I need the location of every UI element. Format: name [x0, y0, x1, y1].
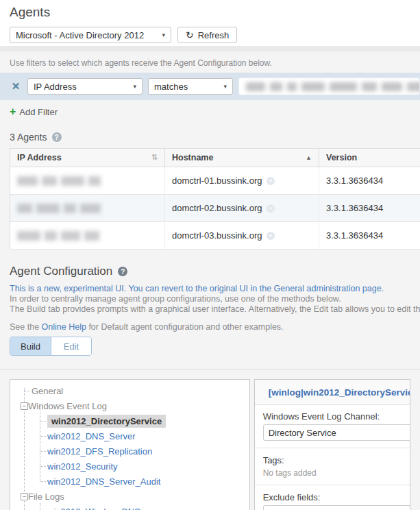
collapse-icon[interactable]: − — [21, 493, 28, 500]
tree-item-label: win2012_DNS_Server — [47, 431, 136, 441]
agents-page: { "icons": { "refresh": "↻", "caret": "▾… — [0, 0, 420, 510]
agent-row[interactable]: domctrl-01.bussink.org ➔ 3.3.1.3636434 — [10, 167, 420, 195]
column-header-version[interactable]: Version — [319, 149, 420, 167]
agents-help-icon[interactable]: ? — [52, 132, 62, 142]
add-filter-label: Add Filter — [19, 107, 58, 117]
page-title: Agents — [10, 5, 410, 20]
column-header-hostname[interactable]: Hostname ▲ — [165, 149, 319, 167]
filter-field-select[interactable]: IP Address ▾ — [27, 78, 143, 95]
agents-count-row: 3 Agents ? — [10, 132, 410, 143]
tree-item-file-logs[interactable]: − File Logs — [10, 489, 249, 504]
open-agent-icon[interactable]: ➔ — [267, 232, 275, 240]
redacted-ip — [17, 204, 140, 213]
tree-stub — [40, 466, 46, 467]
agent-configuration-heading: Agent Configuration — [10, 265, 112, 278]
configuration-help-icon[interactable]: ? — [118, 267, 127, 276]
tree-item-label: win2012_WindowsDNS — [47, 507, 140, 510]
horizontal-rule — [0, 369, 420, 369]
module-config-body: Windows Event Log Channel: Tags: No tags… — [255, 405, 410, 510]
hostname-text: domctrl-03.bussink.org — [172, 230, 262, 241]
redacted-ip — [17, 176, 140, 186]
column-label: Hostname — [172, 153, 213, 162]
module-config-title: [winlog|win2012_DirectoryService] — [269, 387, 410, 398]
open-agent-icon[interactable]: ➔ — [267, 177, 275, 185]
tree-stub — [24, 391, 30, 391]
exclude-fields-label: Exclude fields: — [263, 492, 402, 502]
remove-filter-icon[interactable]: ✕ — [10, 80, 22, 93]
chevron-down-icon: ▾ — [223, 83, 227, 90]
tree-stub — [40, 421, 46, 422]
agent-group-select[interactable]: Microsoft - Active Directory 2012 ▾ — [10, 27, 171, 43]
version-cell: 3.3.1.3636434 — [319, 167, 420, 195]
agents-count-label: 3 Agents — [10, 132, 47, 143]
experimental-ui-note: This is a new, experimental UI. You can … — [10, 284, 410, 294]
chevron-down-icon: ▾ — [162, 32, 165, 38]
agent-row[interactable]: domctrl-02.bussink.org ➔ 3.3.1.3636434 — [10, 195, 420, 222]
hostname-text: domctrl-01.bussink.org — [172, 175, 262, 186]
filter-value-input[interactable] — [238, 77, 420, 95]
bottom-panels: General − Windows Event Log win2012_Dire… — [10, 379, 410, 510]
field-divider — [255, 448, 410, 448]
module-config-panel: [winlog|win2012_DirectoryService] Window… — [254, 379, 410, 510]
tree-stub — [40, 451, 46, 452]
configuration-notes: This is a new, experimental UI. You can … — [10, 284, 410, 315]
column-header-ip-address[interactable]: IP Address ⇅ — [10, 149, 165, 167]
plus-icon: + — [10, 106, 16, 118]
online-help-line: See the Online Help for Default agent co… — [10, 322, 410, 332]
tree-item-label: win2012_DFS_Replication — [47, 446, 152, 457]
ip-cell — [10, 222, 165, 250]
online-help-link[interactable]: Online Help — [42, 322, 86, 332]
section-divider — [0, 46, 420, 51]
redacted-ip — [17, 231, 140, 241]
tab-build[interactable]: Build — [10, 337, 51, 355]
column-label: Version — [326, 153, 357, 162]
tags-label: Tags: — [263, 455, 402, 465]
agents-table: IP Address ⇅ Hostname ▲ Version — [10, 148, 420, 250]
refresh-button-label: Refresh — [198, 30, 230, 40]
channel-input[interactable] — [263, 424, 410, 441]
ip-cell — [10, 195, 165, 222]
tree-item-general[interactable]: General — [10, 383, 249, 398]
refresh-button[interactable]: ↻ Refresh — [177, 27, 237, 43]
tree-item-win2012-dns-server-audit[interactable]: win2012_DNS_Server_Audit — [10, 474, 249, 489]
see-suffix: for Default agent configuration and othe… — [86, 322, 284, 332]
tree-item-win2012-security[interactable]: win2012_Security — [10, 459, 249, 474]
filter-operator-select[interactable]: matches ▾ — [148, 78, 233, 95]
exclude-fields-input[interactable] — [263, 505, 410, 510]
channel-label: Windows Event Log Channel: — [263, 411, 402, 422]
config-mode-tabs: Build Edit — [10, 337, 92, 356]
tree-item-win2012-dfs-replication[interactable]: win2012_DFS_Replication — [10, 444, 249, 459]
tree-item-win2012-directoryservice[interactable]: win2012_DirectoryService — [10, 413, 249, 428]
build-edit-note: The Build tab provides prompts with a gr… — [10, 304, 410, 315]
tree-stub — [40, 481, 46, 482]
main-section: Use filters to select which agents recei… — [0, 51, 420, 510]
filter-operator-select-value: matches — [154, 82, 188, 92]
sort-ascending-icon: ▲ — [306, 154, 312, 161]
sort-both-icon: ⇅ — [151, 153, 158, 162]
redacted-filter-value — [246, 82, 420, 91]
chevron-down-icon: ▾ — [133, 83, 136, 90]
tree-item-label: win2012_Security — [47, 461, 118, 472]
column-label: IP Address — [17, 153, 62, 162]
open-agent-icon[interactable]: ➔ — [267, 204, 275, 212]
tree-item-win2012-dns-server[interactable]: win2012_DNS_Server — [10, 428, 249, 444]
tree-item-label: General — [32, 386, 63, 396]
tree-item-label-selected[interactable]: win2012_DirectoryService — [47, 415, 166, 428]
hostname-cell: domctrl-02.bussink.org ➔ — [165, 195, 319, 222]
agent-row[interactable]: domctrl-03.bussink.org ➔ 3.3.1.3636434 — [10, 222, 420, 250]
refresh-icon: ↻ — [186, 29, 194, 40]
tree-item-label: Windows Event Log — [28, 401, 107, 411]
tab-edit[interactable]: Edit — [51, 337, 91, 355]
hostname-cell: domctrl-03.bussink.org ➔ — [165, 222, 319, 250]
tree-item-win2012-windowsdns[interactable]: win2012_WindowsDNS — [10, 504, 249, 510]
collapse-icon[interactable]: − — [21, 402, 28, 410]
config-tree-panel: General − Windows Event Log win2012_Dire… — [10, 379, 250, 510]
agent-configuration-heading-row: Agent Configuration ? — [10, 265, 410, 278]
agent-group-select-value: Microsoft - Active Directory 2012 — [16, 30, 144, 40]
agents-table-header-row: IP Address ⇅ Hostname ▲ Version — [10, 149, 420, 167]
see-prefix: See the — [10, 322, 42, 332]
header-controls: Microsoft - Active Directory 2012 ▾ ↻ Re… — [10, 27, 410, 43]
add-filter-button[interactable]: + Add Filter — [10, 106, 58, 118]
tree-item-label: File Logs — [28, 491, 64, 502]
tree-item-windows-event-log[interactable]: − Windows Event Log — [10, 398, 249, 413]
